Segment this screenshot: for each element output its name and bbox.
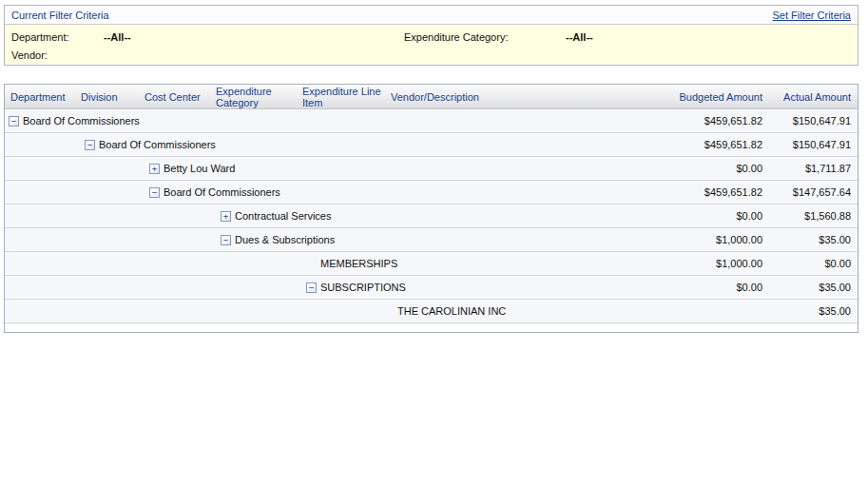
filter-body: Department: --All-- Expenditure Category… [5, 25, 858, 65]
table-row: − Board Of Commissioners $459,651.82 $15… [5, 109, 858, 133]
table-row: + Contractual Services $0.00 $1,560.88 [5, 205, 858, 228]
row-label-cell: − Board Of Commissioners [5, 115, 670, 127]
row-label-cell: THE CAROLINIAN INC [5, 305, 670, 317]
filter-row-2: Vendor: [11, 49, 48, 61]
page: { "filter": { "title": "Current Filter C… [0, 0, 868, 487]
row-label-text: MEMBERSHIPS [320, 258, 397, 269]
actual-amount-cell: $150,647.91 [770, 139, 858, 150]
filter-title-bar: Current Filter Criteria Set Filter Crite… [5, 6, 858, 25]
actual-amount-cell: $35.00 [770, 282, 858, 293]
budgeted-amount-cell: $0.00 [670, 163, 770, 174]
expenditure-category-filter-label: Expenditure Category: [404, 31, 566, 43]
table-row: − Board Of Commissioners $459,651.82 $14… [5, 181, 858, 205]
row-label-cell: + Contractual Services [5, 210, 670, 222]
column-header-cost-center[interactable]: Cost Center [145, 91, 216, 103]
budgeted-amount-cell: $459,651.82 [670, 186, 770, 198]
expand-icon[interactable]: + [221, 211, 231, 222]
filter-row-1: Department: --All-- Expenditure Category… [5, 31, 858, 43]
row-label-text: SUBSCRIPTIONS [320, 282, 406, 293]
set-filter-criteria-link[interactable]: Set Filter Criteria [772, 10, 851, 21]
row-label-cell: − Board Of Commissioners [5, 186, 670, 198]
row-label-text: Board Of Commissioners [23, 115, 140, 127]
table-row: − Board Of Commissioners $459,651.82 $15… [5, 133, 858, 157]
row-label-cell: − Board Of Commissioners [5, 139, 670, 150]
actual-amount-cell: $147,657.64 [770, 186, 858, 198]
collapse-icon[interactable]: − [85, 140, 95, 150]
department-filter-value: --All-- [104, 31, 404, 43]
row-label-text: Board Of Commissioners [164, 186, 280, 198]
row-label-text: Betty Lou Ward [164, 163, 235, 174]
table-row: − SUBSCRIPTIONS $0.00 $35.00 [5, 276, 858, 300]
filter-criteria-panel: Current Filter Criteria Set Filter Crite… [4, 5, 858, 66]
row-label-cell: − SUBSCRIPTIONS [5, 282, 670, 293]
column-header-budgeted-amount[interactable]: Budgeted Amount [670, 91, 770, 103]
row-label-cell: + Betty Lou Ward [5, 163, 670, 174]
budgeted-amount-cell: $1,000.00 [670, 234, 770, 245]
row-label-cell: − Dues & Subscriptions [5, 234, 670, 245]
filter-panel-title: Current Filter Criteria [11, 10, 109, 21]
table-row: − Dues & Subscriptions $1,000.00 $35.00 [5, 228, 858, 252]
budgeted-amount-cell: $459,651.82 [670, 139, 770, 150]
table-row: + Betty Lou Ward $0.00 $1,711.87 [5, 157, 858, 181]
expenditure-category-filter-value: --All-- [566, 31, 593, 43]
budgeted-amount-cell: $1,000.00 [670, 258, 770, 269]
budgeted-amount-cell: $0.00 [670, 210, 770, 222]
collapse-icon[interactable]: − [149, 187, 160, 198]
collapse-icon[interactable]: − [306, 282, 317, 293]
collapse-icon[interactable]: − [9, 116, 19, 127]
vendor-filter-label: Vendor: [11, 49, 48, 61]
row-label-text: Contractual Services [235, 210, 332, 222]
grid-header-row: Department Division Cost Center Expendit… [5, 85, 858, 109]
column-header-vendor-description[interactable]: Vendor/Description [391, 91, 670, 103]
column-header-actual-amount[interactable]: Actual Amount [770, 91, 858, 103]
expand-icon[interactable]: + [149, 164, 160, 174]
department-filter-label: Department: [11, 31, 104, 43]
budget-grid: Department Division Cost Center Expendit… [4, 84, 858, 333]
actual-amount-cell: $35.00 [770, 305, 858, 317]
actual-amount-cell: $0.00 [770, 258, 858, 269]
row-label-text: Dues & Subscriptions [235, 234, 335, 245]
actual-amount-cell: $1,560.88 [770, 210, 858, 222]
column-header-expenditure-category[interactable]: Expenditure Category [216, 86, 302, 108]
actual-amount-cell: $1,711.87 [770, 163, 858, 174]
column-header-division[interactable]: Division [81, 91, 145, 103]
grid-bottom-strip [5, 323, 858, 332]
table-row: THE CAROLINIAN INC $35.00 [5, 300, 858, 323]
column-header-department[interactable]: Department [5, 91, 81, 103]
actual-amount-cell: $35.00 [770, 234, 858, 245]
collapse-icon[interactable]: − [221, 235, 231, 245]
row-label-text: Board Of Commissioners [99, 139, 216, 150]
row-label-text: THE CAROLINIAN INC [397, 305, 506, 317]
grid-body: − Board Of Commissioners $459,651.82 $15… [5, 109, 858, 323]
table-row: MEMBERSHIPS $1,000.00 $0.00 [5, 252, 858, 276]
budgeted-amount-cell: $0.00 [670, 282, 770, 293]
budgeted-amount-cell: $459,651.82 [670, 115, 770, 127]
column-header-expenditure-line-item[interactable]: Expenditure Line Item [302, 86, 391, 108]
row-label-cell: MEMBERSHIPS [5, 258, 670, 269]
actual-amount-cell: $150,647.91 [770, 115, 858, 127]
